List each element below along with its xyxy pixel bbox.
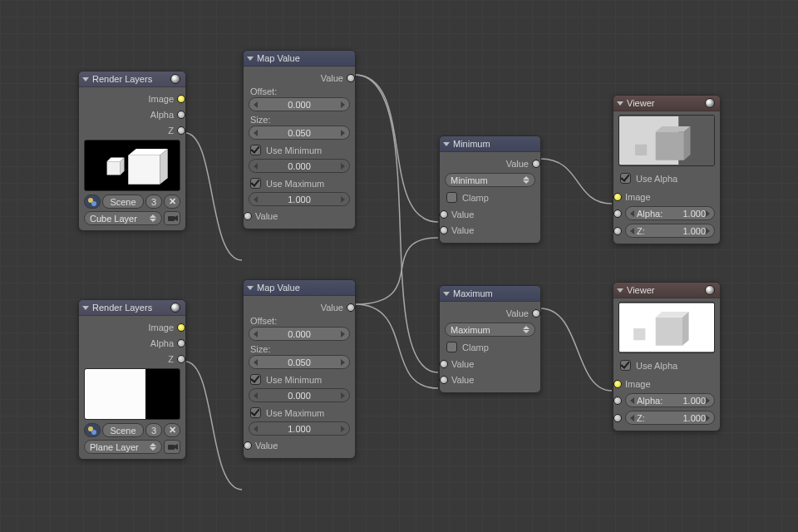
node-header[interactable]: Map Value xyxy=(244,280,355,296)
node-header[interactable]: Map Value xyxy=(244,51,355,66)
chevron-right-icon[interactable] xyxy=(341,196,345,203)
preview-sphere-icon[interactable] xyxy=(705,98,715,108)
socket-in-image[interactable] xyxy=(613,380,622,388)
chevron-right-icon[interactable] xyxy=(341,392,345,399)
maximum-field[interactable]: 1.000 xyxy=(249,192,350,206)
scene-datablock-icon[interactable] xyxy=(84,195,101,209)
size-field[interactable]: 0.050 xyxy=(249,355,350,369)
socket-in-alpha[interactable] xyxy=(613,397,622,405)
render-button[interactable] xyxy=(164,440,180,454)
chevron-right-icon[interactable] xyxy=(341,331,345,337)
alpha-field[interactable]: Alpha:1.000 xyxy=(625,393,715,407)
z-field[interactable]: Z:1.000 xyxy=(625,411,715,425)
node-header[interactable]: Viewer xyxy=(613,283,720,298)
socket-label: Image xyxy=(148,94,174,104)
unlink-button[interactable]: ✕ xyxy=(164,195,180,209)
node-maximum[interactable]: Maximum Value Maximum Clamp Value Value xyxy=(439,285,541,393)
minimum-field[interactable]: 0.000 xyxy=(249,388,350,402)
socket-out-value[interactable] xyxy=(347,303,355,312)
minimum-field[interactable]: 0.000 xyxy=(249,159,350,173)
chevron-right-icon[interactable] xyxy=(341,359,345,366)
use-maximum-checkbox[interactable]: Use Maximum xyxy=(249,176,350,190)
socket-out-value[interactable] xyxy=(532,160,540,168)
socket-in-value-2[interactable] xyxy=(440,376,448,384)
svg-marker-1 xyxy=(128,155,160,185)
render-layer-dropdown[interactable]: Cube Layer xyxy=(84,211,162,225)
alpha-field[interactable]: Alpha:1.000 xyxy=(625,206,715,220)
node-header[interactable]: Render Layers xyxy=(79,300,185,316)
node-viewer-2[interactable]: Viewer Use Alpha Image Alpha:1.000 Z:1.0… xyxy=(613,282,721,431)
use-maximum-checkbox[interactable]: Use Maximum xyxy=(249,406,350,420)
socket-out-image[interactable] xyxy=(177,323,185,332)
socket-in-value-2[interactable] xyxy=(440,226,448,234)
socket-out-alpha[interactable] xyxy=(177,111,185,119)
node-map-value-1[interactable]: Map Value Value Offset: 0.000 Size: 0.05… xyxy=(243,50,356,229)
clamp-checkbox[interactable]: Clamp xyxy=(445,340,535,354)
scene-name-field[interactable]: Scene xyxy=(102,423,144,437)
maximum-field[interactable]: 1.000 xyxy=(249,421,350,436)
collapse-triangle-icon[interactable] xyxy=(82,306,89,310)
node-map-value-2[interactable]: Map Value Value Offset: 0.000 Size: 0.05… xyxy=(243,279,356,459)
node-header[interactable]: Maximum xyxy=(440,286,540,302)
use-alpha-checkbox[interactable]: Use Alpha xyxy=(618,358,715,372)
socket-in-z[interactable] xyxy=(613,227,622,235)
offset-field[interactable]: 0.000 xyxy=(249,97,350,111)
clamp-checkbox[interactable]: Clamp xyxy=(445,190,535,204)
preview-sphere-icon[interactable] xyxy=(705,285,715,295)
collapse-triangle-icon[interactable] xyxy=(247,286,254,290)
chevron-right-icon[interactable] xyxy=(341,163,345,170)
node-minimum[interactable]: Minimum Value Minimum Clamp Value Value xyxy=(439,135,541,244)
chevron-right-icon[interactable] xyxy=(706,210,710,217)
scene-users-button[interactable]: 3 xyxy=(145,423,162,437)
socket-in-value-1[interactable] xyxy=(440,360,448,368)
node-render-layers-2[interactable]: Render Layers Image Alpha Z Scene 3 ✕ Pl… xyxy=(78,299,186,460)
use-minimum-checkbox[interactable]: Use Minimum xyxy=(249,372,350,387)
collapse-triangle-icon[interactable] xyxy=(247,57,254,61)
chevron-right-icon[interactable] xyxy=(706,228,710,234)
socket-out-z[interactable] xyxy=(177,126,185,135)
collapse-triangle-icon[interactable] xyxy=(82,77,89,81)
svg-rect-13 xyxy=(168,445,175,450)
socket-in-value[interactable] xyxy=(244,212,252,220)
z-field[interactable]: Z:1.000 xyxy=(625,224,715,238)
collapse-triangle-icon[interactable] xyxy=(617,288,623,293)
collapse-triangle-icon[interactable] xyxy=(617,101,623,106)
socket-in-value[interactable] xyxy=(244,441,252,450)
node-render-layers-1[interactable]: Render Layers Image Alpha Z Scene 3 ✕ xyxy=(78,71,186,231)
offset-field[interactable]: 0.000 xyxy=(249,327,350,341)
preview-sphere-icon[interactable] xyxy=(170,74,180,84)
node-header[interactable]: Render Layers xyxy=(79,71,185,87)
collapse-triangle-icon[interactable] xyxy=(443,142,450,146)
socket-in-z[interactable] xyxy=(613,414,622,422)
socket-in-alpha[interactable] xyxy=(613,209,622,218)
chevron-right-icon[interactable] xyxy=(341,130,345,136)
render-layer-dropdown[interactable]: Plane Layer xyxy=(84,440,162,454)
socket-out-alpha[interactable] xyxy=(177,339,185,347)
scene-users-button[interactable]: 3 xyxy=(145,195,162,209)
socket-out-value[interactable] xyxy=(347,74,355,82)
collapse-triangle-icon[interactable] xyxy=(443,292,450,296)
socket-out-z[interactable] xyxy=(177,355,185,363)
node-viewer-1[interactable]: Viewer Use Alpha Image Alpha:1.000 Z:1.0… xyxy=(613,95,721,244)
chevron-right-icon[interactable] xyxy=(706,397,710,404)
use-minimum-checkbox[interactable]: Use Minimum xyxy=(249,143,350,157)
node-header[interactable]: Minimum xyxy=(440,136,540,152)
render-button[interactable] xyxy=(164,211,180,225)
node-header[interactable]: Viewer xyxy=(613,96,720,111)
svg-marker-14 xyxy=(175,444,178,450)
socket-out-image[interactable] xyxy=(177,95,185,103)
socket-in-value-1[interactable] xyxy=(440,210,448,219)
scene-name-field[interactable]: Scene xyxy=(102,195,144,209)
socket-in-image[interactable] xyxy=(613,193,622,201)
chevron-right-icon[interactable] xyxy=(341,101,345,108)
operation-dropdown[interactable]: Minimum xyxy=(445,173,535,187)
preview-sphere-icon[interactable] xyxy=(170,303,180,313)
scene-datablock-icon[interactable] xyxy=(84,423,101,437)
chevron-right-icon[interactable] xyxy=(341,426,345,432)
use-alpha-checkbox[interactable]: Use Alpha xyxy=(618,171,715,185)
size-field[interactable]: 0.050 xyxy=(249,126,350,140)
operation-dropdown[interactable]: Maximum xyxy=(445,323,535,337)
chevron-right-icon[interactable] xyxy=(706,415,710,421)
unlink-button[interactable]: ✕ xyxy=(164,423,180,437)
socket-out-value[interactable] xyxy=(532,309,540,318)
